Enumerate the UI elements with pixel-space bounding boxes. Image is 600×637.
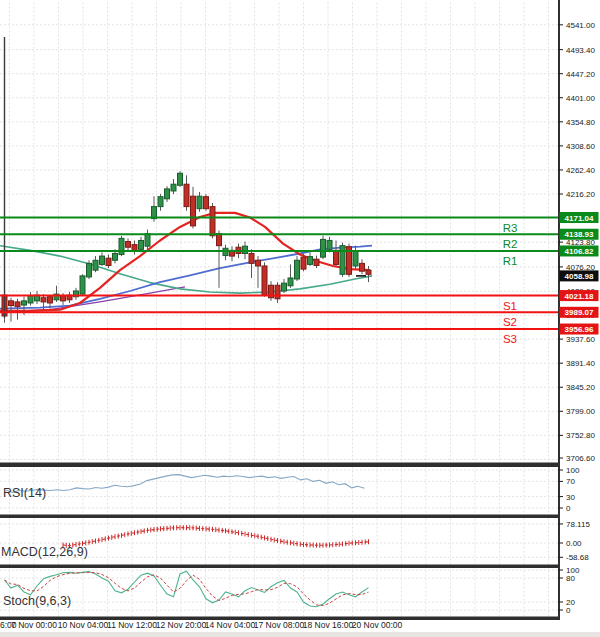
rsi-tick-label: 30: [566, 493, 575, 502]
price-tick-label: 3845.20: [566, 383, 595, 392]
stoch-panel-label: Stoch(9,6,3): [3, 594, 71, 608]
price-tick-label: 4216.20: [566, 190, 595, 199]
macd-panel-label: MACD(12,26,9): [1, 545, 88, 559]
price-tick-label: 4401.00: [566, 94, 595, 103]
candle-body: [275, 285, 280, 299]
candle-body: [22, 301, 27, 305]
level-label-s2: S2: [503, 316, 517, 328]
macd-tick-label: 0.00: [566, 539, 582, 548]
price-tick-label: 4493.40: [566, 46, 595, 55]
candle-body: [366, 270, 371, 274]
candle-body: [217, 234, 222, 246]
time-label: 11 Nov 12:00: [107, 620, 157, 630]
candle-body: [93, 260, 98, 270]
candle-body: [87, 263, 92, 277]
price-tick-label: 4447.20: [566, 70, 595, 79]
candle-body: [197, 196, 202, 209]
price-badge-s2-text: 3989.07: [565, 308, 594, 317]
candle-body: [288, 278, 293, 286]
stoch-tick-label: 0: [566, 606, 571, 615]
price-badge-s3-text: 3956.96: [565, 325, 594, 334]
price-tick-label: 4541.00: [566, 21, 595, 30]
candle-body: [308, 257, 313, 265]
price-tick-label: 4354.80: [566, 118, 595, 127]
rsi-tick-label: 100: [566, 466, 580, 475]
candle-body: [360, 263, 365, 271]
last-price-badge-text: 4058.98: [565, 272, 594, 281]
candle-body: [282, 283, 287, 291]
candle-body: [262, 266, 267, 295]
level-label-r1: R1: [503, 255, 518, 267]
candle-body: [204, 197, 209, 209]
price-badge-r2-text: 4138.93: [565, 230, 594, 239]
price-tick-label: 3706.60: [566, 454, 595, 463]
candle-body: [295, 260, 300, 279]
price-tick-label: 3937.60: [566, 335, 595, 344]
level-label-r2: R2: [503, 238, 518, 250]
price-badge-r3-text: 4171.04: [565, 214, 594, 223]
candle-body: [327, 240, 332, 249]
candle-body: [353, 251, 358, 266]
time-label: 17 Nov 08:00: [254, 620, 305, 630]
price-tick-label: 3799.00: [566, 407, 595, 416]
level-label-s1: S1: [503, 300, 517, 312]
candle-body: [184, 184, 189, 206]
candle-body: [256, 260, 261, 266]
candle-body: [80, 276, 85, 294]
time-axis[interactable]: 6:007 Nov 00:0010 Nov 04:0011 Nov 12:001…: [0, 620, 403, 630]
candle-body: [41, 298, 46, 302]
candle-body: [100, 256, 105, 264]
rsi-tick-label: 70: [566, 477, 575, 486]
candle-body: [119, 238, 124, 254]
price-tick-label: 4308.60: [566, 142, 595, 151]
price-tick-label: 3891.40: [566, 359, 595, 368]
candle-body: [28, 296, 33, 303]
chart-canvas[interactable]: R3R2R1S1S2S34541.004493.404447.204401.00…: [0, 0, 600, 637]
candle-body: [314, 259, 319, 265]
candle-body: [48, 297, 53, 303]
macd-tick-label: -58.68: [566, 553, 589, 562]
candle-body: [132, 245, 137, 251]
candle-body: [113, 253, 118, 260]
candle-body: [334, 250, 339, 264]
candle-body: [165, 189, 170, 199]
time-label: 14 Nov 04:00: [205, 620, 256, 630]
price-badge-r1-text: 4106.82: [565, 247, 594, 256]
macd-tick-label: 78.115: [566, 520, 590, 529]
candle-body: [171, 184, 176, 191]
candle-body: [243, 246, 248, 253]
candle-body: [210, 207, 215, 236]
candle-body: [126, 242, 131, 248]
candle-body: [158, 197, 163, 207]
panel-separator: [0, 515, 559, 519]
time-label: 7 Nov 00:00: [11, 620, 57, 630]
candle-body: [145, 234, 150, 247]
stoch-tick-label: 80: [566, 574, 575, 583]
time-label: 20 Nov 00:00: [352, 620, 403, 630]
time-label: 10 Nov 04:00: [58, 620, 109, 630]
level-label-s3: S3: [503, 333, 517, 345]
trading-chart-window: R3R2R1S1S2S34541.004493.404447.204401.00…: [0, 0, 600, 637]
time-label: 12 Nov 20:00: [156, 620, 207, 630]
time-label: 18 Nov 16:00: [303, 620, 354, 630]
rsi-panel-label: RSI(14): [3, 486, 46, 500]
price-tick-label: 3752.80: [566, 431, 595, 440]
rsi-tick-label: 0: [566, 504, 571, 513]
candle-body: [15, 302, 20, 307]
candle-body: [301, 257, 306, 269]
level-label-r3: R3: [503, 222, 518, 234]
candle-body: [340, 246, 345, 275]
footer-strip: [0, 632, 600, 637]
candle-body: [178, 173, 183, 185]
price-tick-label: 4262.40: [566, 166, 595, 175]
panel-separator: [0, 463, 559, 468]
price-badge-s1-text: 4021.18: [565, 292, 594, 301]
candle-body: [9, 301, 14, 306]
candle-body: [191, 196, 196, 226]
panel-separator: [0, 565, 559, 569]
candle-body: [106, 258, 111, 265]
candle-body: [321, 239, 326, 257]
candle-body: [139, 240, 144, 249]
candle-body: [249, 253, 254, 263]
